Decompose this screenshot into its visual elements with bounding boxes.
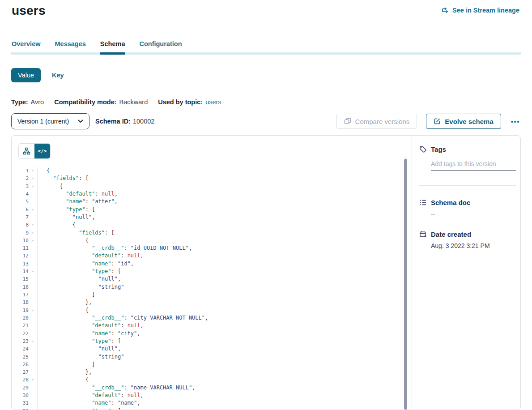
- code-text: {: [38, 307, 89, 314]
- fold-slot: [29, 244, 38, 252]
- tree-view-icon: [23, 147, 30, 155]
- fold-toggle-icon[interactable]: ▾: [29, 229, 38, 237]
- code-line: 32▾"type": [: [12, 407, 404, 410]
- code-text: },: [38, 299, 92, 306]
- line-number: 10: [12, 237, 29, 244]
- code-text: "type": [: [38, 268, 121, 275]
- schema-id-value: 100002: [133, 118, 154, 125]
- fold-toggle-icon[interactable]: ▾: [29, 307, 38, 314]
- fold-toggle-icon[interactable]: ▾: [29, 183, 38, 190]
- code-text: "type": [: [38, 206, 95, 214]
- compare-versions-button[interactable]: Compare versions: [336, 114, 417, 129]
- line-number: 8: [12, 221, 29, 229]
- evolve-schema-button[interactable]: Evolve schema: [426, 114, 501, 129]
- fold-toggle-icon[interactable]: ▾: [29, 221, 38, 229]
- fold-slot: [29, 384, 38, 392]
- code-line: 7"null",: [12, 214, 404, 221]
- code-line: 4"default": null,: [12, 190, 404, 198]
- meta-value: Backward: [119, 98, 148, 106]
- line-number: 22: [12, 330, 29, 337]
- add-tags-input[interactable]: [431, 159, 516, 171]
- schema-id-label: Schema ID:: [95, 118, 131, 125]
- fold-slot: [29, 190, 38, 198]
- schema-sidebar: Tags Schema doc --: [412, 136, 521, 410]
- meta-label: Type:: [11, 98, 28, 106]
- code-text: {: [38, 167, 50, 175]
- fold-slot: [29, 392, 38, 399]
- date-created-section: Date created Aug. 3 2022 3:21 PM: [419, 231, 516, 249]
- code-line: 15"null",: [12, 275, 404, 283]
- code-text: "null",: [38, 345, 121, 353]
- code-line: 27},: [12, 368, 404, 376]
- key-toggle-button[interactable]: Key: [52, 72, 64, 79]
- code-line: 10▾{: [12, 237, 404, 244]
- code-text: {: [38, 237, 89, 244]
- code-text: "string": [38, 283, 124, 291]
- tab-schema[interactable]: Schema: [100, 40, 126, 55]
- line-number: 32: [12, 407, 29, 410]
- code-text: "default": null,: [38, 322, 144, 329]
- compare-versions-label: Compare versions: [355, 118, 410, 125]
- schema-meta-row: Type:AvroCompatibility mode:BackwardUsed…: [11, 98, 221, 106]
- code-line: 17]: [12, 291, 404, 299]
- fold-toggle-icon[interactable]: ▾: [29, 237, 38, 244]
- code-text: "name": "id",: [38, 260, 134, 268]
- fold-toggle-icon[interactable]: ▾: [29, 175, 38, 182]
- schema-doc-value: --: [431, 210, 516, 218]
- more-options-button[interactable]: •••: [510, 118, 521, 125]
- code-text: {: [38, 183, 63, 190]
- line-number: 6: [12, 206, 29, 214]
- line-number: 13: [12, 260, 29, 268]
- code-text: "default": null,: [38, 252, 144, 260]
- code-text: "null",: [38, 214, 95, 221]
- code-line: 8▾{: [12, 221, 404, 229]
- code-line: 28▾{: [12, 376, 404, 384]
- schema-id: Schema ID:100002: [95, 118, 154, 125]
- code-editor[interactable]: 1▾{2▾"fields": [3▾{4"default": null,5"na…: [12, 167, 404, 410]
- code-text: "type": [: [38, 337, 121, 345]
- tab-overview[interactable]: Overview: [11, 40, 41, 52]
- fold-toggle-icon[interactable]: ▾: [29, 206, 38, 214]
- sidebar-divider: [419, 185, 516, 186]
- tab-messages[interactable]: Messages: [55, 40, 86, 52]
- fold-toggle-icon[interactable]: ▾: [29, 407, 38, 410]
- code-line: 31"name": "name",: [12, 399, 404, 407]
- code-text: "name": "after",: [38, 198, 118, 205]
- line-number: 11: [12, 244, 29, 252]
- code-line: 9▾"fields": [: [12, 229, 404, 237]
- code-text: "__crdb__": "name VARCHAR NULL",: [38, 384, 195, 392]
- fold-slot: [29, 345, 38, 353]
- value-toggle-button[interactable]: Value: [11, 68, 41, 82]
- version-select[interactable]: Version 1 (current): [11, 113, 89, 129]
- meta-item: Compatibility mode:Backward: [54, 98, 148, 106]
- code-line: 12"default": null,: [12, 252, 404, 260]
- code-line: 30"default": null,: [12, 392, 404, 399]
- fold-toggle-icon[interactable]: ▾: [29, 167, 38, 175]
- code-text: "fields": [: [38, 175, 89, 182]
- topic-link[interactable]: users: [205, 98, 221, 106]
- fold-toggle-icon[interactable]: ▾: [29, 337, 38, 345]
- fold-slot: [29, 260, 38, 268]
- tree-view-button[interactable]: [19, 144, 34, 158]
- code-line: 22"name": "city",: [12, 330, 404, 337]
- code-text: "null",: [38, 275, 121, 283]
- stream-lineage-link[interactable]: See in Stream lineage: [442, 7, 519, 14]
- code-line: 29"__crdb__": "name VARCHAR NULL",: [12, 384, 404, 392]
- tags-title: Tags: [431, 145, 446, 153]
- fold-toggle-icon[interactable]: ▾: [29, 376, 38, 384]
- fold-toggle-icon[interactable]: ▾: [29, 268, 38, 275]
- fold-slot: [29, 198, 38, 205]
- code-view-button[interactable]: </>: [34, 144, 50, 158]
- fold-slot: [29, 361, 38, 368]
- line-number: 30: [12, 392, 29, 399]
- meta-item: Type:Avro: [11, 98, 44, 106]
- date-created-value: Aug. 3 2022 3:21 PM: [431, 242, 516, 249]
- line-number: 26: [12, 361, 29, 368]
- editor-scrollbar-thumb[interactable]: [404, 159, 407, 410]
- code-line: 1▾{: [12, 167, 404, 175]
- code-text: "default": null,: [38, 392, 144, 399]
- code-line: 20"__crdb__": "city VARCHAR NOT NULL",: [12, 314, 404, 322]
- line-number: 20: [12, 314, 29, 322]
- fold-slot: [29, 353, 38, 361]
- tab-configuration[interactable]: Configuration: [139, 40, 182, 52]
